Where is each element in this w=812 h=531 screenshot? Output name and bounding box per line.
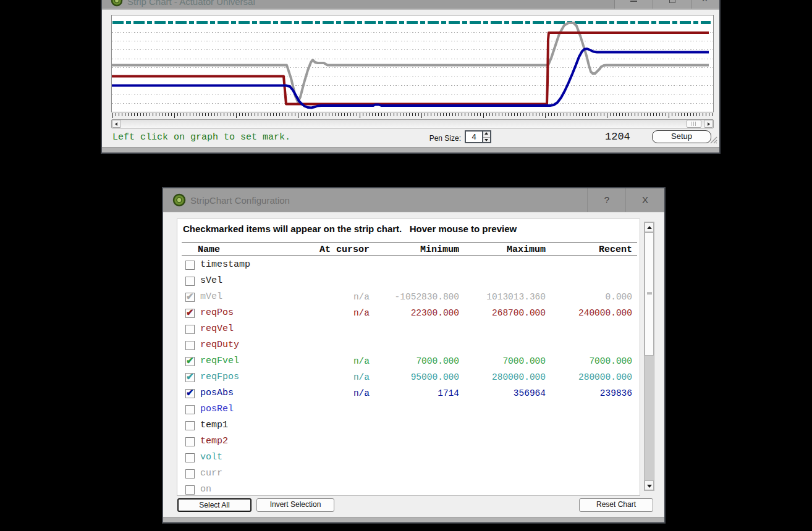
signal-name: temp1: [200, 420, 228, 430]
check-icon: ✔: [186, 291, 194, 302]
app-icon: [111, 0, 123, 9]
check-icon: ✔: [186, 307, 194, 318]
up-arrow-icon: [647, 226, 652, 229]
signal-rows: timestampsVel✔mVeln/a-1052830.8001013013…: [177, 257, 640, 495]
close-icon: ✕: [701, 0, 708, 4]
value-at-cursor: n/a: [353, 388, 370, 398]
value-recent: 280000.000: [578, 372, 632, 382]
row-checkbox[interactable]: [185, 405, 195, 414]
value-recent: 239836: [600, 388, 632, 398]
table-row[interactable]: temp1: [177, 418, 640, 434]
value-recent: 240000.000: [578, 308, 632, 318]
strip-chart-window: Strip Chart - Actuator Universal ✕ Left …: [101, 0, 721, 154]
value-minimum: 95000.000: [411, 372, 459, 382]
column-header-minimum: Minimum: [420, 245, 459, 255]
row-checkbox[interactable]: [185, 325, 195, 334]
signal-name: curr: [200, 468, 222, 479]
value-maximum: 7000.000: [502, 356, 546, 366]
value-maximum: 356964: [514, 388, 546, 398]
table-row[interactable]: reqDuty: [177, 338, 640, 354]
invert-selection-button[interactable]: Invert Selection: [256, 498, 334, 512]
signal-name: reqVel: [200, 324, 234, 334]
check-icon: ✔: [186, 355, 194, 366]
strip-chart-titlebar[interactable]: Strip Chart - Actuator Universal ✕: [102, 0, 719, 10]
signal-name: reqFpos: [200, 372, 239, 382]
row-checkbox[interactable]: ✔: [185, 373, 195, 382]
row-checkbox[interactable]: [185, 421, 195, 430]
spin-down-button[interactable]: [483, 138, 490, 141]
table-row[interactable]: ✔reqFposn/a95000.000280000.000280000.000: [177, 370, 640, 386]
table-row[interactable]: reqVel: [177, 322, 640, 338]
column-header-recent: Recent: [599, 245, 632, 255]
help-button[interactable]: ?: [587, 188, 626, 212]
stripchart-configuration-window: StripChart Configuration ? X Checkmarked…: [162, 187, 666, 524]
pen-size-input[interactable]: 4: [465, 130, 482, 143]
table-row[interactable]: volt: [177, 450, 640, 466]
row-checkbox[interactable]: [185, 277, 195, 286]
signal-name: posAbs: [200, 388, 234, 398]
table-row[interactable]: ✔mVeln/a-1052830.8001013013.3600.000: [177, 290, 640, 306]
value-minimum: -1052830.800: [395, 292, 459, 302]
resize-grip[interactable]: [709, 135, 717, 146]
table-row[interactable]: posRel: [177, 402, 640, 418]
signal-name: posRel: [200, 404, 234, 414]
table-row[interactable]: temp2: [177, 434, 640, 450]
table-row[interactable]: on: [177, 482, 640, 495]
panel-heading: Checkmarked items will appear on the str…: [183, 224, 517, 234]
scroll-up-button[interactable]: [645, 222, 654, 232]
pen-size-stepper: [482, 130, 491, 143]
table-row[interactable]: ✔posAbsn/a1714356964239836: [177, 386, 640, 402]
table-row[interactable]: ✔reqPosn/a22300.000268700.000240000.000: [177, 306, 640, 322]
row-checkbox[interactable]: ✔: [185, 309, 195, 318]
signal-name: reqPos: [200, 307, 234, 318]
close-button[interactable]: ✕: [691, 0, 719, 9]
value-maximum: 268700.000: [492, 308, 546, 318]
row-checkbox[interactable]: [185, 453, 195, 462]
divider: [182, 255, 637, 256]
setup-button[interactable]: Setup: [652, 130, 711, 143]
horizontal-scrollbar-thumb[interactable]: [687, 120, 701, 128]
table-row[interactable]: curr: [177, 466, 640, 482]
column-header-at-cursor: At cursor: [319, 245, 370, 255]
window-bottom-edge: [102, 147, 719, 153]
table-row[interactable]: sVel: [177, 274, 640, 290]
status-text: Left click on graph to set mark.: [112, 132, 290, 143]
window-controls: ✕: [614, 0, 719, 9]
spin-up-button[interactable]: [483, 132, 490, 135]
value-maximum: 280000.000: [492, 372, 546, 382]
configuration-titlebar[interactable]: StripChart Configuration ? X: [163, 188, 664, 212]
signal-name: on: [200, 484, 211, 495]
row-checkbox[interactable]: ✔: [185, 389, 195, 398]
table-row[interactable]: timestamp: [177, 257, 640, 274]
value-minimum: 7000.000: [416, 356, 459, 366]
value-minimum: 1714: [438, 388, 459, 398]
column-header-maximum: Maximum: [507, 245, 546, 255]
row-checkbox[interactable]: [185, 485, 195, 495]
value-at-cursor: n/a: [353, 308, 370, 318]
scroll-left-button[interactable]: [112, 120, 121, 128]
signal-list-panel: Checkmarked items will appear on the str…: [177, 219, 640, 496]
window-bottom-edge: [163, 517, 664, 522]
close-button[interactable]: X: [625, 188, 664, 212]
row-checkbox[interactable]: [185, 469, 195, 479]
strip-chart-plot[interactable]: [111, 15, 714, 118]
scroll-right-button[interactable]: [704, 120, 713, 128]
scroll-down-button[interactable]: [645, 480, 654, 490]
row-checkbox[interactable]: ✔: [185, 293, 195, 302]
row-checkbox[interactable]: ✔: [185, 357, 195, 366]
row-checkbox[interactable]: [185, 341, 195, 350]
minimize-button[interactable]: [614, 0, 653, 9]
vertical-scrollbar-thumb[interactable]: [645, 232, 654, 356]
select-all-button[interactable]: Select All: [177, 498, 252, 512]
check-icon: ✔: [186, 387, 194, 398]
left-arrow-icon: [115, 122, 117, 126]
check-icon: ✔: [186, 371, 194, 382]
reset-chart-button[interactable]: Reset Chart: [579, 498, 653, 512]
signal-name: mVel: [200, 291, 222, 302]
table-row[interactable]: ✔reqFveln/a7000.0007000.0007000.000: [177, 354, 640, 370]
maximize-button[interactable]: [653, 0, 691, 9]
maximize-icon: [669, 0, 675, 3]
row-checkbox[interactable]: [185, 437, 195, 446]
value-at-cursor: n/a: [353, 292, 370, 302]
row-checkbox[interactable]: [185, 261, 195, 270]
